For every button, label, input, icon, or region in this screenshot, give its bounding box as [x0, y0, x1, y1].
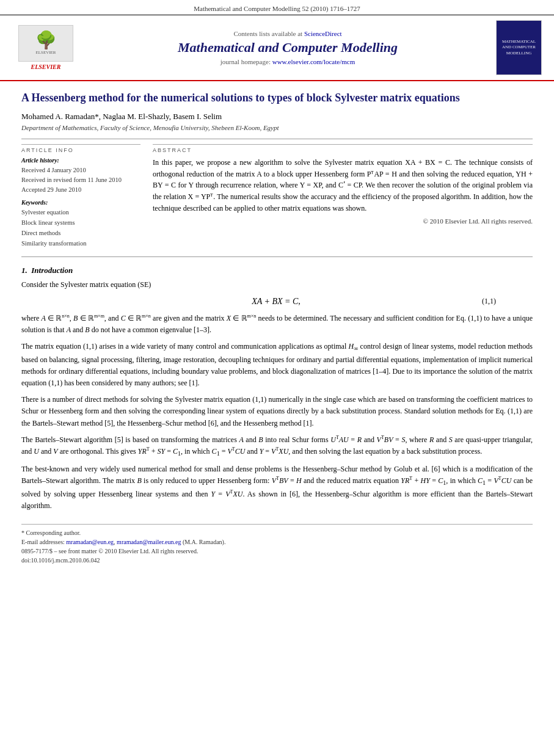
email-label: E-mail addresses: [21, 539, 65, 545]
section1-para4: The Bartels–Stewart algorithm [5] is bas… [21, 434, 533, 459]
email2-link[interactable]: mramadan@mailer.eun.eg [117, 539, 181, 545]
revised-date: Received in revised form 11 June 2010 [21, 175, 140, 185]
elsevier-logo: 🌳 ELSEVIER ELSEVIER [12, 25, 79, 70]
section1-title: 1. Introduction [21, 266, 533, 275]
article-title: A Hessenberg method for the numerical so… [21, 90, 533, 106]
section1-para3: There is a number of direct methods for … [21, 394, 533, 429]
authors: Mohamed A. Ramadan*, Naglaa M. El-Shazly… [21, 112, 533, 122]
tree-icon: 🌳 [35, 32, 57, 49]
history-label: Article history: [21, 157, 140, 164]
keyword-1: Sylvester equation [21, 208, 140, 218]
main-content: A Hessenberg method for the numerical so… [0, 81, 554, 574]
footnote-divider [21, 524, 533, 525]
sciencedirect-link: Contents lists available at ScienceDirec… [86, 30, 490, 37]
keyword-4: Similarity transformation [21, 239, 140, 249]
logo-sub: ELSEVIER [35, 50, 56, 55]
equation-block: XA + BX = C, (1,1) [70, 297, 496, 307]
equation-content: XA + BX = C, [252, 297, 301, 307]
keywords-label: Keywords: [21, 199, 140, 206]
homepage-url[interactable]: www.elsevier.com/locate/mcm [272, 58, 355, 65]
cover-title: MATHEMATICAL AND COMPUTER MODELLING [498, 39, 539, 56]
copyright: © 2010 Elsevier Ltd. All rights reserved… [153, 217, 533, 225]
elsevier-brand: ELSEVIER [31, 64, 61, 70]
header-divider [21, 139, 533, 139]
keyword-2: Block linear systems [21, 218, 140, 228]
abstract-text: In this paper, we propose a new algorith… [153, 157, 533, 214]
body-divider [21, 256, 533, 257]
article-info-label: ARTICLE INFO [21, 144, 140, 153]
elsevier-tree-logo: 🌳 ELSEVIER [18, 25, 73, 62]
received-date: Received 4 January 2010 [21, 165, 140, 175]
footnote-issn: 0895-7177/$ – see front matter © 2010 El… [21, 547, 533, 556]
section1-para5: The best-known and very widely used nume… [21, 463, 533, 512]
authors-text: Mohamed A. Ramadan*, Naglaa M. El-Shazly… [21, 112, 222, 121]
section1-intro: Consider the Sylvester matrix equation (… [21, 279, 533, 291]
journal-bar: Mathematical and Computer Modelling 52 (… [0, 0, 554, 15]
email-name: (M.A. Ramadan). [183, 539, 226, 545]
equation-text: XA + BX = C, [252, 297, 301, 306]
journal-cover-image: MATHEMATICAL AND COMPUTER MODELLING [496, 20, 542, 75]
affiliation: Department of Mathematics, Faculty of Sc… [21, 124, 533, 131]
accepted-date: Accepted 29 June 2010 [21, 185, 140, 195]
page: Mathematical and Computer Modelling 52 (… [0, 0, 554, 756]
footnote-star: * Corresponding author. [21, 528, 533, 537]
equation-number: (1,1) [482, 297, 496, 306]
abstract-col: ABSTRACT In this paper, we propose a new… [153, 144, 533, 249]
section1-name: Introduction [31, 266, 73, 275]
contents-label: Contents lists available at [233, 30, 302, 37]
two-col-section: ARTICLE INFO Article history: Received 4… [21, 144, 533, 249]
journal-header: 🌳 ELSEVIER ELSEVIER Contents lists avail… [0, 15, 554, 81]
keyword-3: Direct methods [21, 228, 140, 239]
article-info-col: ARTICLE INFO Article history: Received 4… [21, 144, 140, 249]
sciencedirect-anchor[interactable]: ScienceDirect [304, 30, 342, 37]
journal-title: Mathematical and Computer Modelling [86, 40, 490, 56]
footnote-doi: doi:10.1016/j.mcm.2010.06.042 [21, 556, 533, 565]
journal-homepage: journal homepage: www.elsevier.com/locat… [86, 58, 490, 65]
intro-text: Consider the Sylvester matrix equation (… [21, 280, 151, 289]
journal-center: Contents lists available at ScienceDirec… [86, 30, 490, 65]
journal-citation: Mathematical and Computer Modelling 52 (… [194, 5, 360, 12]
email1-link[interactable]: mramadan@eun.eg [66, 539, 114, 545]
section1-para2: The matrix equation (1,1) arises in a wi… [21, 341, 533, 389]
footnote-email: E-mail addresses: mramadan@eun.eg, mrama… [21, 537, 533, 547]
section1-para1: where A ∈ ℝn×n, B ∈ ℝm×m, and C ∈ ℝm×n a… [21, 313, 533, 336]
section1-number: 1. [21, 266, 27, 275]
homepage-label: journal homepage: [221, 58, 271, 65]
abstract-label: ABSTRACT [153, 144, 533, 153]
